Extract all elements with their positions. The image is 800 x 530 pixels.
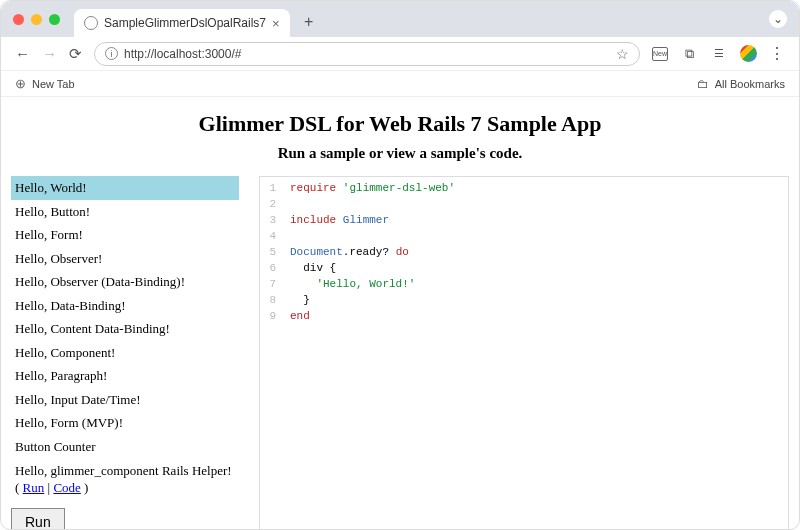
sample-item[interactable]: Button Counter: [11, 435, 239, 459]
sample-item[interactable]: Hello, Observer!: [11, 247, 239, 271]
close-window-button[interactable]: [13, 14, 24, 25]
sample-item[interactable]: Hello, Form (MVP)!: [11, 411, 239, 435]
bookmark-all-bookmarks[interactable]: All Bookmarks: [715, 78, 785, 90]
sample-item[interactable]: Hello, Data-Binding!: [11, 294, 239, 318]
line-number: 8: [260, 293, 290, 309]
code-viewer: 1require 'glimmer-dsl-web'23include Glim…: [259, 176, 789, 530]
code-text: Document.ready? do: [290, 245, 409, 261]
code-line: 1require 'glimmer-dsl-web': [260, 181, 788, 197]
line-number: 7: [260, 277, 290, 293]
sample-item[interactable]: Hello, Component!: [11, 341, 239, 365]
code-line: 8 }: [260, 293, 788, 309]
line-number: 3: [260, 213, 290, 229]
reload-button[interactable]: ⟳: [69, 45, 82, 63]
page-content: Glimmer DSL for Web Rails 7 Sample App R…: [1, 97, 799, 530]
code-text: }: [290, 293, 310, 309]
back-button[interactable]: ←: [15, 45, 30, 62]
code-text: require 'glimmer-dsl-web': [290, 181, 455, 197]
code-line: 5Document.ready? do: [260, 245, 788, 261]
browser-toolbar: ← → ⟳ i http://localhost:3000/# ☆ New ⧉ …: [1, 37, 799, 71]
minimize-window-button[interactable]: [31, 14, 42, 25]
page-title: Glimmer DSL for Web Rails 7 Sample App: [1, 111, 799, 137]
sample-item[interactable]: Hello, Observer (Data-Binding)!: [11, 270, 239, 294]
code-line: 3include Glimmer: [260, 213, 788, 229]
new-extension-icon[interactable]: New: [652, 47, 668, 61]
line-number: 1: [260, 181, 290, 197]
kebab-menu-icon[interactable]: ⋮: [769, 44, 785, 63]
line-number: 6: [260, 261, 290, 277]
sample-item[interactable]: Hello, World!: [11, 176, 239, 200]
browser-title-bar: SampleGlimmerDslOpalRails7 × + ⌄: [1, 1, 799, 37]
line-number: 5: [260, 245, 290, 261]
url-text: http://localhost:3000/#: [124, 47, 610, 61]
bookmark-new-tab[interactable]: New Tab: [32, 78, 75, 90]
bookmark-star-icon[interactable]: ☆: [616, 46, 629, 62]
expand-chevron-icon[interactable]: ⌄: [769, 10, 787, 28]
sample-item[interactable]: Hello, Paragraph!: [11, 364, 239, 388]
bookmark-bar: ⊕ New Tab 🗀 All Bookmarks: [1, 71, 799, 97]
folder-icon: 🗀: [697, 77, 709, 91]
forward-button[interactable]: →: [42, 45, 57, 62]
sample-item[interactable]: Hello, Input Date/Time!: [11, 388, 239, 412]
window-controls: [13, 14, 60, 25]
code-line: 6 div {: [260, 261, 788, 277]
sample-item[interactable]: Hello, Form!: [11, 223, 239, 247]
run-button[interactable]: Run: [11, 508, 65, 530]
code-text: div {: [290, 261, 336, 277]
code-line: 7 'Hello, World!': [260, 277, 788, 293]
helper-code-link[interactable]: Code: [53, 480, 80, 495]
helper-run-link[interactable]: Run: [23, 480, 45, 495]
sample-item-helper[interactable]: Hello, glimmer_component Rails Helper! (…: [11, 459, 239, 500]
extensions-icon[interactable]: ⧉: [680, 46, 698, 62]
tab-favicon: [84, 16, 98, 30]
line-number: 4: [260, 229, 290, 245]
new-tab-button[interactable]: +: [298, 13, 320, 31]
sample-list: Hello, World!Hello, Button!Hello, Form!H…: [11, 176, 239, 530]
address-bar[interactable]: i http://localhost:3000/# ☆: [94, 42, 640, 66]
code-line: 9end: [260, 309, 788, 325]
zoom-window-button[interactable]: [49, 14, 60, 25]
tab-title: SampleGlimmerDslOpalRails7: [104, 16, 266, 30]
page-subtitle: Run a sample or view a sample's code.: [1, 145, 799, 162]
code-text: include Glimmer: [290, 213, 389, 229]
site-info-icon[interactable]: i: [105, 47, 118, 60]
sample-item[interactable]: Hello, Button!: [11, 200, 239, 224]
code-line: 4: [260, 229, 788, 245]
code-text: end: [290, 309, 310, 325]
code-text: 'Hello, World!': [290, 277, 415, 293]
line-number: 2: [260, 197, 290, 213]
line-number: 9: [260, 309, 290, 325]
sample-item[interactable]: Hello, Content Data-Binding!: [11, 317, 239, 341]
reading-list-icon[interactable]: ☰: [710, 47, 728, 60]
browser-tab[interactable]: SampleGlimmerDslOpalRails7 ×: [74, 9, 290, 37]
code-line: 2: [260, 197, 788, 213]
add-bookmark-icon[interactable]: ⊕: [15, 76, 26, 91]
close-tab-icon[interactable]: ×: [272, 16, 280, 31]
profile-avatar[interactable]: [740, 45, 757, 62]
